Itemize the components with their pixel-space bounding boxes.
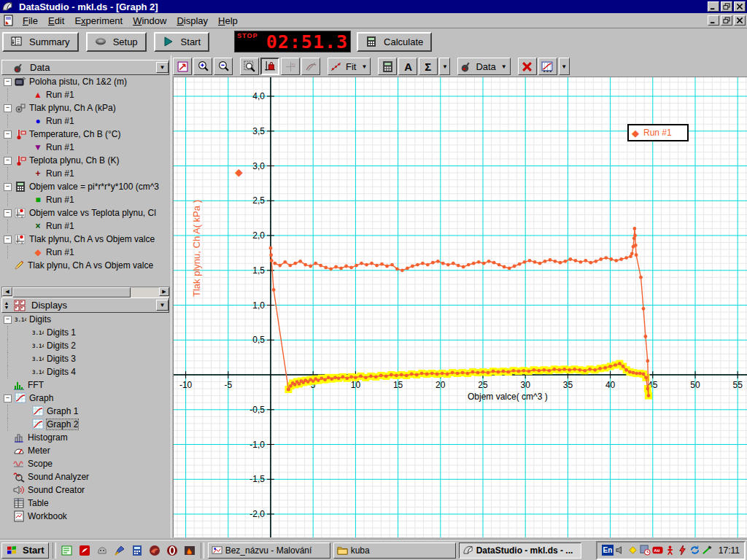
smart-tool-button[interactable] xyxy=(260,58,279,75)
collapse-box[interactable]: − xyxy=(4,157,12,165)
quicklaunch-notes-icon[interactable] xyxy=(60,543,74,558)
data-tree-item-label[interactable]: Temperature, Ch B (°C) xyxy=(29,129,121,139)
data-tree-item-label[interactable]: Tlak plynu, Ch A vs Objem valce xyxy=(28,260,153,271)
collapse-box[interactable]: − xyxy=(4,78,12,86)
data-tree-child-item[interactable]: ×Run #1 xyxy=(1,219,169,233)
scale-to-fit-button[interactable] xyxy=(173,58,192,75)
displays-tree-item-label[interactable]: Histogram xyxy=(28,432,68,443)
plot-area[interactable]: 4,03,53,02,52,01,51,00,5-0,5-1,0-1,5-2,0… xyxy=(173,77,747,537)
tray-diamond-icon[interactable] xyxy=(627,545,638,556)
displays-tree-child-label[interactable]: Digits 3 xyxy=(47,354,76,364)
displays-tree-item[interactable]: Histogram xyxy=(1,431,169,444)
language-indicator[interactable]: En xyxy=(602,545,614,556)
displays-tree-child-item[interactable]: 3.14Digits 2 xyxy=(1,339,169,352)
data-tree-item[interactable]: Tlak plynu, Ch A vs Objem valce xyxy=(1,259,169,272)
data-tree-item[interactable]: −yxObjem valce vs Teplota plynu, Cl xyxy=(1,206,169,219)
data-tree-child-label[interactable]: Run #1 xyxy=(46,116,74,126)
calculate-button[interactable]: Calculate xyxy=(357,32,432,52)
displays-tree-item-label[interactable]: Sound Analyzer xyxy=(28,472,89,482)
displays-tree-item-label[interactable]: Workbook xyxy=(28,511,67,521)
displays-tree-item[interactable]: Sound Creator xyxy=(1,483,169,497)
displays-tree-item[interactable]: Meter xyxy=(1,444,169,457)
legend[interactable]: ◆ Run #1 xyxy=(627,124,689,141)
child-restore-button[interactable] xyxy=(721,15,732,26)
menu-display[interactable]: Display xyxy=(171,14,213,28)
displays-tree-child-label[interactable]: Graph 2 xyxy=(47,419,78,429)
quicklaunch-opera-icon[interactable] xyxy=(165,543,179,558)
data-tree-item-label[interactable]: Tlak plynu, Ch A vs Objem valce xyxy=(29,234,155,244)
menu-edit[interactable]: Edit xyxy=(43,14,69,28)
displays-tree-item-label[interactable]: Meter xyxy=(28,446,50,456)
menu-help[interactable]: Help xyxy=(213,14,243,28)
displays-tree-item[interactable]: Table xyxy=(1,497,169,510)
data-tree-child-label[interactable]: Run #1 xyxy=(46,168,74,179)
data-panel-header[interactable]: Data ▼ xyxy=(1,60,169,75)
data-tree-item-label[interactable]: Teplota plynu, Ch B (K) xyxy=(29,155,119,166)
displays-panel-dropdown[interactable]: ▼ xyxy=(156,300,169,311)
data-tree-child-item[interactable]: ◆Run #1 xyxy=(1,246,169,259)
tray-ati-icon[interactable]: Ati xyxy=(652,545,663,556)
close-button[interactable] xyxy=(734,1,746,12)
data-tree-child-item[interactable]: ■Run #1 xyxy=(1,193,169,206)
slope-tool-button[interactable] xyxy=(301,58,320,75)
tray-figure-icon[interactable] xyxy=(665,545,676,556)
displays-tree-item[interactable]: −3.14Digits xyxy=(1,313,169,326)
data-tree-item-label[interactable]: Objem valce vs Teplota plynu, Cl xyxy=(29,208,156,218)
tray-volume-icon[interactable] xyxy=(615,545,626,556)
menu-window[interactable]: Window xyxy=(128,14,171,28)
tray-pen-tray-icon[interactable] xyxy=(702,545,713,556)
displays-tree-item-label[interactable]: Scope xyxy=(28,459,53,469)
start-menu-button[interactable]: Start xyxy=(1,542,49,559)
displays-tree-item-label[interactable]: Table xyxy=(28,498,49,508)
collapse-box[interactable]: − xyxy=(4,131,12,139)
data-tree-item[interactable]: −Tlak plynu, Ch A (kPa) xyxy=(1,101,169,114)
displays-tree-child-item[interactable]: 3.14Digits 3 xyxy=(1,352,169,365)
displays-panel-header[interactable]: ▲▼ Displays ▼ xyxy=(1,298,169,313)
calculate-graph-button[interactable] xyxy=(378,58,397,75)
displays-tree-child-item[interactable]: Graph 1 xyxy=(1,405,169,418)
child-minimize-button[interactable] xyxy=(708,15,719,26)
quicklaunch-acrobat-icon[interactable] xyxy=(77,543,92,558)
quicklaunch-calculator-blue-icon[interactable] xyxy=(130,543,144,558)
zoom-select-button[interactable] xyxy=(240,58,259,75)
text-button[interactable]: A xyxy=(398,58,417,75)
data-panel-dropdown[interactable]: ▼ xyxy=(156,62,169,73)
displays-tree-item[interactable]: Workbook xyxy=(1,510,169,523)
tray-lightning-icon[interactable] xyxy=(677,545,688,556)
start-button[interactable]: Start xyxy=(154,32,209,52)
data-tree-item-label[interactable]: Poloha pistu, Ch 1&2 (m) xyxy=(29,77,127,87)
collapse-box[interactable]: − xyxy=(4,236,12,244)
quicklaunch-mozilla-icon[interactable] xyxy=(147,543,162,558)
task-button-kuba[interactable]: kuba xyxy=(333,542,456,559)
collapse-box[interactable]: − xyxy=(4,316,12,324)
collapse-box[interactable]: − xyxy=(4,104,12,112)
collapse-box[interactable]: − xyxy=(4,209,12,217)
splitter-handle-icon[interactable]: ▲▼ xyxy=(2,301,11,310)
data-tree-child-label[interactable]: Run #1 xyxy=(46,247,74,257)
displays-tree-child-label[interactable]: Digits 4 xyxy=(47,367,76,377)
collapse-box[interactable]: − xyxy=(4,183,12,191)
quicklaunch-nero-icon[interactable] xyxy=(182,543,197,558)
displays-tree-child-label[interactable]: Digits 2 xyxy=(47,341,76,351)
displays-tree-item[interactable]: −Graph xyxy=(1,392,169,405)
quicklaunch-pen-icon[interactable] xyxy=(112,543,127,558)
quicklaunch-dog-icon[interactable] xyxy=(95,543,109,558)
data-tree-item[interactable]: −Objem valce = pi*r*r*y*100 (cm^3 xyxy=(1,180,169,193)
data-tree-hscrollbar[interactable]: ◀ ▶ xyxy=(1,287,170,298)
setup-button[interactable]: Setup xyxy=(86,32,147,52)
data-tree-child-item[interactable]: ●Run #1 xyxy=(1,114,169,128)
data-tree-item-label[interactable]: Tlak plynu, Ch A (kPa) xyxy=(29,103,116,113)
delete-button[interactable] xyxy=(518,58,537,75)
tray-backup-icon[interactable] xyxy=(640,545,651,556)
data-tree-child-item[interactable]: ▼Run #1 xyxy=(1,141,169,154)
data-tree-child-label[interactable]: Run #1 xyxy=(46,90,74,100)
data-tree-item-label[interactable]: Objem valce = pi*r*r*y*100 (cm^3 xyxy=(29,182,159,192)
data-tree-item[interactable]: −Poloha pistu, Ch 1&2 (m) xyxy=(1,75,169,88)
data-tree-child-label[interactable]: Run #1 xyxy=(46,195,74,205)
displays-tree-item[interactable]: FFT xyxy=(1,378,169,392)
data-tree-item[interactable]: −KTDTeplota plynu, Ch B (K) xyxy=(1,154,169,167)
xy-tool-button[interactable]: xy xyxy=(281,58,300,75)
displays-tree-child-item[interactable]: Graph 2 xyxy=(1,418,169,431)
displays-tree-item[interactable]: Scope xyxy=(1,457,169,470)
scroll-right-button[interactable]: ▶ xyxy=(159,287,169,296)
